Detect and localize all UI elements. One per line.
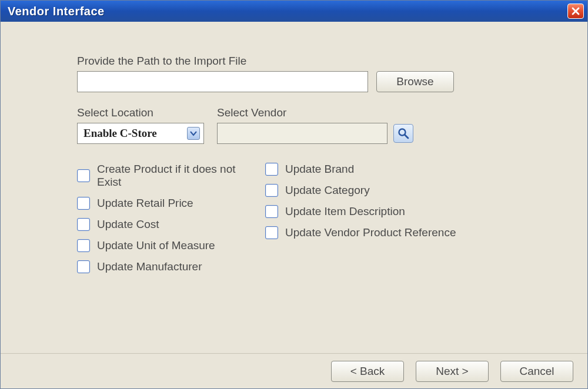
check-create-product: Create Product if it does not Exist bbox=[77, 163, 259, 189]
close-button[interactable] bbox=[567, 4, 584, 19]
checkbox[interactable] bbox=[77, 169, 90, 182]
location-select-value: Enable C-Store bbox=[83, 127, 157, 140]
next-button[interactable]: Next > bbox=[416, 361, 489, 382]
back-button[interactable]: < Back bbox=[331, 361, 404, 382]
checkbox[interactable] bbox=[77, 197, 90, 210]
close-icon bbox=[572, 7, 580, 15]
vendor-interface-dialog: Vendor Interface Provide the Path to the… bbox=[0, 0, 588, 389]
options-group: Create Product if it does not Exist Upda… bbox=[77, 163, 558, 273]
import-path-label: Provide the Path to the Import File bbox=[77, 55, 558, 68]
checkbox[interactable] bbox=[77, 218, 90, 231]
vendor-search-button[interactable] bbox=[393, 124, 413, 143]
checkbox[interactable] bbox=[265, 184, 278, 197]
wizard-footer: < Back Next > Cancel bbox=[1, 353, 587, 388]
check-update-brand: Update Brand bbox=[265, 163, 456, 176]
check-update-uom: Update Unit of Measure bbox=[77, 239, 259, 252]
svg-line-1 bbox=[405, 135, 408, 138]
titlebar: Vendor Interface bbox=[1, 1, 587, 22]
check-update-vendor-product-ref: Update Vendor Product Reference bbox=[265, 226, 456, 239]
vendor-input[interactable] bbox=[217, 123, 387, 144]
location-select[interactable]: Enable C-Store bbox=[77, 123, 204, 144]
window-title: Vendor Interface bbox=[8, 5, 105, 18]
import-path-input[interactable] bbox=[77, 71, 368, 92]
checkbox[interactable] bbox=[77, 260, 90, 273]
check-update-cost: Update Cost bbox=[77, 218, 259, 231]
chevron-down-icon bbox=[187, 127, 200, 140]
check-update-retail-price: Update Retail Price bbox=[77, 197, 259, 210]
checkbox[interactable] bbox=[265, 205, 278, 218]
checkbox[interactable] bbox=[265, 226, 278, 239]
cancel-button[interactable]: Cancel bbox=[500, 361, 573, 382]
check-update-manufacturer: Update Manufacturer bbox=[77, 260, 259, 273]
browse-button[interactable]: Browse bbox=[376, 71, 454, 92]
check-update-item-description: Update Item Description bbox=[265, 205, 456, 218]
select-location-label: Select Location bbox=[77, 106, 204, 119]
dialog-content: Provide the Path to the Import File Brow… bbox=[1, 22, 587, 353]
check-update-category: Update Category bbox=[265, 184, 456, 197]
select-vendor-label: Select Vendor bbox=[217, 106, 413, 119]
checkbox[interactable] bbox=[265, 163, 278, 176]
search-icon bbox=[397, 128, 409, 139]
checkbox[interactable] bbox=[77, 239, 90, 252]
